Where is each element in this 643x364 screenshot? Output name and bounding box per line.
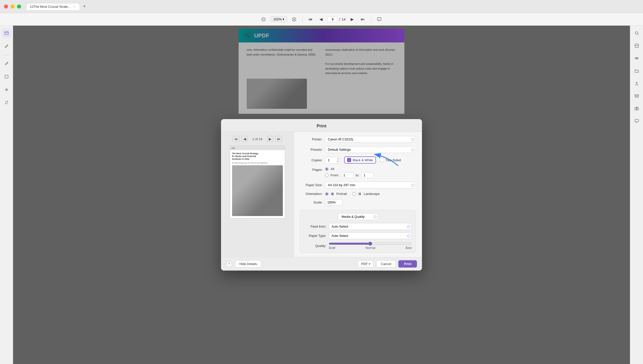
presets-select[interactable]: Default Settings <box>325 146 416 153</box>
pages-all-row: All <box>325 167 374 171</box>
preview-image: ■■■ The Most Crucial Strategy for Banks … <box>230 145 285 218</box>
footer-left: ? Hide Details <box>226 260 261 268</box>
right-sidebar-chat[interactable] <box>632 117 641 126</box>
quality-draft-label: Draft <box>329 246 335 250</box>
cancel-button[interactable]: Cancel <box>376 260 396 268</box>
sidebar-icon-organize[interactable] <box>2 85 11 94</box>
sidebar-icon-edit[interactable] <box>2 42 11 51</box>
bw-checkbox-check: ✓ <box>347 158 351 162</box>
minimize-button[interactable] <box>11 5 15 9</box>
right-sidebar-mail[interactable] <box>632 91 641 100</box>
papersize-label: Paper Size: <box>300 183 323 187</box>
right-sidebar-upload[interactable] <box>632 79 641 88</box>
print-dialog: Print ⏮ ◀ 1 of 14 ▶ ⏭ <box>221 119 422 271</box>
print-button[interactable]: Print <box>398 260 417 268</box>
pages-row: Pages: All From: <box>300 167 416 178</box>
toolbar: 102% ▾ ⏮ ◀ / 14 ▶ ⏭ <box>0 13 643 26</box>
left-sidebar <box>0 26 13 364</box>
svg-point-23 <box>636 108 637 110</box>
copies-increment[interactable]: ▲ <box>337 158 339 160</box>
new-tab-button[interactable]: + <box>81 3 88 10</box>
page-separator: / <box>339 17 340 21</box>
first-page-prev-button[interactable]: ⏮ <box>233 136 240 142</box>
bw-checkbox-wrapper[interactable]: ✓ Black & White <box>344 157 376 164</box>
paper-type-select[interactable]: Auto Select <box>329 232 412 239</box>
svg-rect-16 <box>635 44 638 47</box>
toolbar-divider-2 <box>371 16 371 22</box>
papersize-select-wrapper: A4 210 by 297 mm ⬡ <box>325 182 416 188</box>
tab-close-icon[interactable]: × <box>73 5 76 8</box>
pages-to-input[interactable] <box>361 172 374 178</box>
pages-to-label: to: <box>356 173 359 177</box>
toolbar-divider-1 <box>302 16 302 22</box>
svg-rect-7 <box>5 32 8 35</box>
papersize-row: Paper Size: A4 210 by 297 mm ⬡ <box>300 182 416 188</box>
right-sidebar-camera[interactable] <box>632 104 641 113</box>
last-page-button[interactable]: ⏭ <box>359 16 367 23</box>
papersize-select[interactable]: A4 210 by 297 mm <box>325 182 416 188</box>
copies-input-wrapper: ▲ ▼ <box>325 157 340 164</box>
quality-slider-wrapper: Draft Normal Best <box>329 242 412 250</box>
last-page-prev-button[interactable]: ⏭ <box>275 136 282 142</box>
right-sidebar-search[interactable] <box>632 29 641 38</box>
right-sidebar-eye[interactable] <box>632 54 641 63</box>
pages-from-input[interactable] <box>341 172 354 178</box>
zoom-in-button[interactable] <box>290 16 298 22</box>
zoom-out-button[interactable] <box>259 16 267 22</box>
prev-page-button[interactable]: ◀ <box>317 16 325 23</box>
prev-page-prev-button[interactable]: ◀ <box>242 136 248 142</box>
portrait-icon: ⊞ <box>331 192 334 196</box>
pdf-btn-label: PDF <box>361 262 368 266</box>
close-button[interactable] <box>4 5 8 9</box>
pages-all-radio[interactable] <box>325 167 329 171</box>
page-number-input[interactable] <box>328 17 338 22</box>
traffic-lights <box>4 5 21 9</box>
title-bar: 12The Most Crucial Strate... × + <box>0 0 643 13</box>
mq-header: Media & Quality ⬡ <box>304 213 412 220</box>
copies-row: Copies: ▲ ▼ <box>300 157 416 164</box>
mq-select[interactable]: Media & Quality <box>338 213 378 220</box>
scale-label: Scale: <box>300 200 323 204</box>
feed-from-select[interactable]: Auto Select <box>329 223 412 230</box>
zoom-level-display[interactable]: 102% ▾ <box>271 16 287 22</box>
sidebar-icon-shapes[interactable] <box>2 72 11 81</box>
printer-select[interactable]: Canon iR C3222L <box>325 136 416 143</box>
comment-button[interactable] <box>375 16 384 23</box>
scale-input[interactable] <box>325 199 343 205</box>
feed-from-row: Feed from: Auto Select ⬡ <box>304 223 412 230</box>
preview-person-img <box>232 165 283 216</box>
twosided-checkbox[interactable] <box>380 158 384 162</box>
next-page-prev-button[interactable]: ▶ <box>267 136 273 142</box>
orientation-row: Orientation: ⊞ Portrait ⊟ Landscape <box>300 192 416 196</box>
landscape-icon: ⊟ <box>358 192 361 196</box>
hide-details-button[interactable]: Hide Details <box>235 260 261 268</box>
sidebar-icon-home[interactable] <box>2 29 11 38</box>
pdf-button[interactable]: PDF ▾ <box>358 260 374 268</box>
landscape-radio[interactable] <box>352 192 356 196</box>
help-button[interactable]: ? <box>226 261 232 267</box>
mq-select-wrapper: Media & Quality ⬡ <box>338 213 378 220</box>
first-page-button[interactable]: ⏮ <box>306 16 314 23</box>
copies-section: ▲ ▼ ✓ Black & White <box>325 157 401 164</box>
tab-document[interactable]: 12The Most Crucial Strate... × <box>26 3 80 10</box>
next-page-button[interactable]: ▶ <box>349 16 356 23</box>
printer-label: Printer: <box>300 137 323 141</box>
quality-slider[interactable] <box>329 242 412 246</box>
dialog-title: Print <box>221 119 422 132</box>
quality-slider-section: Quality: Draft Normal Best <box>304 242 412 250</box>
quality-labels: Draft Normal Best <box>329 246 412 250</box>
print-dialog-overlay: Print ⏮ ◀ 1 of 14 ▶ ⏭ <box>13 26 630 364</box>
right-sidebar-view[interactable] <box>632 41 641 50</box>
pages-range-radio[interactable] <box>325 174 329 177</box>
orientation-label: Orientation: <box>300 192 323 196</box>
sidebar-icon-annotate[interactable] <box>2 59 11 68</box>
right-sidebar-folder[interactable] <box>632 66 641 75</box>
portrait-radio[interactable] <box>325 192 329 196</box>
maximize-button[interactable] <box>17 5 21 9</box>
quality-label: Quality: <box>304 244 326 248</box>
sidebar-icon-convert[interactable] <box>2 98 11 107</box>
svg-rect-24 <box>635 119 638 122</box>
preview-doc-title: The Most Crucial Strategy for Banks and … <box>232 152 283 161</box>
copies-spin: ▲ ▼ <box>337 158 339 163</box>
copies-decrement[interactable]: ▼ <box>337 160 339 163</box>
